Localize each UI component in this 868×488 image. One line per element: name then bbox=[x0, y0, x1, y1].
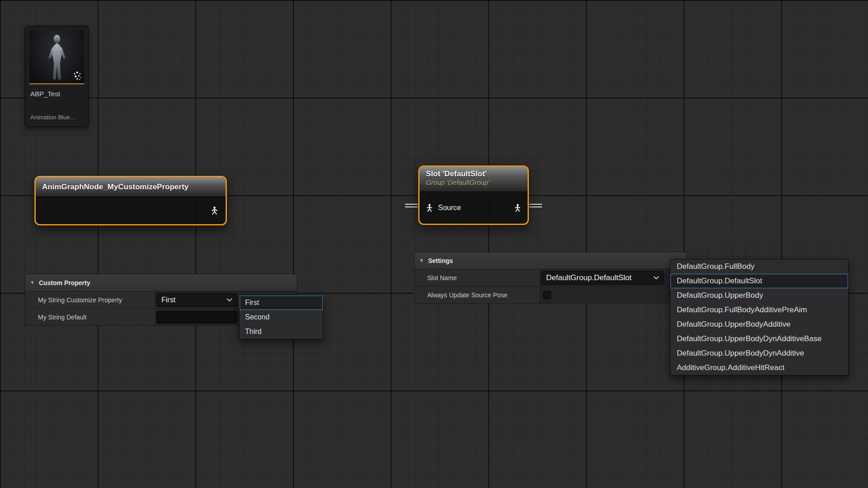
my-string-default-input[interactable] bbox=[156, 311, 237, 324]
property-label: My String Default bbox=[25, 309, 156, 325]
asset-name: ABP_Test bbox=[25, 84, 88, 98]
dropdown-item[interactable]: AdditiveGroup.AdditiveHitReact bbox=[670, 361, 848, 375]
property-label: Slot Name bbox=[415, 269, 540, 286]
always-update-source-pose-checkbox[interactable] bbox=[543, 291, 551, 299]
output-pose-pin[interactable] bbox=[513, 203, 522, 212]
slot-name-dropdown-list: DefaultGroup.FullBody DefaultGroup.Defau… bbox=[670, 259, 849, 375]
node-header[interactable]: Slot 'DefaultSlot' Group 'DefaultGroup' bbox=[420, 167, 528, 192]
asset-card-abp-test[interactable]: ABP_Test Animation Blue… bbox=[25, 26, 89, 127]
source-pin-label: Source bbox=[438, 204, 461, 212]
anim-graph-node-custom-property[interactable]: AnimGraphNode_MyCustomizeProperty bbox=[34, 176, 227, 225]
property-label: My String Customize Property bbox=[25, 291, 156, 308]
chevron-down-icon bbox=[226, 298, 232, 302]
property-value-cell bbox=[540, 286, 686, 303]
slot-node[interactable]: Slot 'DefaultSlot' Group 'DefaultGroup' … bbox=[418, 165, 529, 225]
mannequin-figure-icon bbox=[42, 33, 72, 84]
dropdown-item[interactable]: DefaultGroup.FullBody bbox=[670, 259, 848, 274]
node-body: Source bbox=[420, 192, 528, 224]
slot-name-combo[interactable]: DefaultGroup.DefaultSlot bbox=[541, 271, 664, 285]
output-pose-pin[interactable] bbox=[210, 206, 219, 216]
pose-wire-left[interactable] bbox=[405, 204, 419, 207]
custom-property-section-header[interactable]: ▼ Custom Property bbox=[25, 274, 297, 291]
section-title: Custom Property bbox=[39, 279, 90, 286]
dropdown-item[interactable]: First bbox=[240, 296, 323, 310]
dropdown-item[interactable]: DefaultGroup.UpperBodyDynAdditive bbox=[670, 346, 848, 361]
property-value-cell: DefaultGroup.DefaultSlot bbox=[540, 269, 686, 286]
settings-panel: ▼ Settings Slot Name DefaultGroup.Defaul… bbox=[414, 252, 687, 304]
node-header[interactable]: AnimGraphNode_MyCustomizeProperty bbox=[36, 177, 226, 197]
collapse-arrow-icon: ▼ bbox=[30, 280, 35, 285]
property-row-slot-name: Slot Name DefaultGroup.DefaultSlot bbox=[414, 269, 687, 286]
animgraph-canvas[interactable]: { "asset_card": { "name": "ABP_Test", "t… bbox=[0, 0, 868, 488]
my-string-customize-combo[interactable]: First bbox=[156, 293, 237, 307]
source-input-pin[interactable]: Source bbox=[425, 203, 461, 212]
settings-section-header[interactable]: ▼ Settings bbox=[414, 252, 687, 269]
node-title: AnimGraphNode_MyCustomizeProperty bbox=[42, 183, 189, 192]
dropdown-item[interactable]: DefaultGroup.UpperBody bbox=[670, 288, 848, 303]
pose-pin-icon bbox=[210, 206, 219, 216]
asset-thumbnail[interactable] bbox=[29, 30, 84, 84]
property-label: Always Update Source Pose bbox=[415, 286, 540, 303]
dropdown-item[interactable]: DefaultGroup.UpperBodyAdditive bbox=[670, 317, 848, 332]
pose-pin-icon bbox=[513, 203, 522, 212]
combo-selected-value: DefaultGroup.DefaultSlot bbox=[546, 273, 632, 282]
property-row-always-update-source-pose: Always Update Source Pose bbox=[414, 286, 687, 304]
dropdown-item[interactable]: DefaultGroup.DefaultSlot bbox=[670, 274, 848, 288]
slot-node-title: Slot 'DefaultSlot' bbox=[426, 169, 521, 178]
pose-pin-icon bbox=[425, 203, 434, 212]
node-body bbox=[36, 197, 226, 224]
dropdown-item[interactable]: Second bbox=[240, 310, 323, 324]
string-property-dropdown-list: First Second Third bbox=[239, 295, 323, 339]
asset-type-label: Animation Blue… bbox=[30, 114, 75, 121]
chevron-down-icon bbox=[653, 276, 659, 280]
section-title: Settings bbox=[428, 257, 453, 264]
animation-particles-icon bbox=[72, 70, 83, 81]
collapse-arrow-icon: ▼ bbox=[419, 258, 424, 263]
combo-selected-value: First bbox=[161, 296, 175, 304]
dropdown-item[interactable]: DefaultGroup.UpperBodyDynAdditiveBase bbox=[670, 332, 848, 346]
dropdown-item[interactable]: DefaultGroup.FullBodyAdditivePreAim bbox=[670, 303, 848, 317]
dropdown-item[interactable]: Third bbox=[240, 324, 323, 339]
slot-node-subtitle: Group 'DefaultGroup' bbox=[426, 178, 521, 186]
pose-wire-right[interactable] bbox=[528, 204, 542, 207]
